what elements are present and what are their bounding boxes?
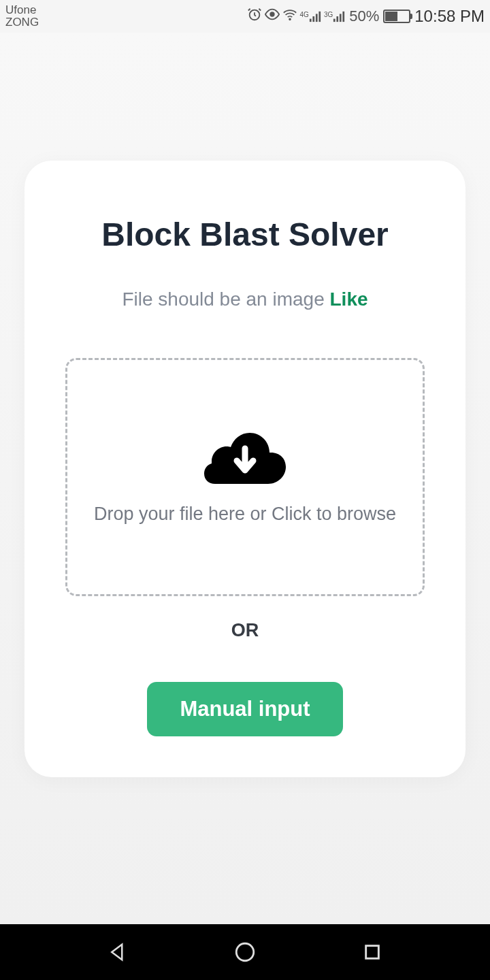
- battery-icon: [383, 10, 410, 23]
- android-nav-bar: [0, 924, 490, 980]
- svg-rect-4: [312, 16, 314, 22]
- page-title: Block Blast Solver: [65, 215, 425, 255]
- file-drop-zone[interactable]: Drop your file here or Click to browse: [65, 358, 425, 596]
- svg-point-11: [236, 943, 254, 961]
- svg-rect-5: [316, 14, 318, 22]
- solver-card: Block Blast Solver File should be an ima…: [24, 161, 466, 777]
- recents-button[interactable]: [359, 938, 386, 966]
- home-button[interactable]: [231, 938, 259, 966]
- carrier-info: Ufone ZONG: [5, 4, 39, 29]
- signal-2: 3G: [324, 10, 345, 22]
- wifi-icon: [282, 7, 297, 26]
- carrier-1: Ufone: [5, 4, 39, 16]
- svg-rect-7: [333, 19, 336, 22]
- signal-1: 4G: [300, 10, 321, 22]
- svg-rect-10: [343, 12, 345, 22]
- separator-or: OR: [65, 620, 425, 641]
- back-button[interactable]: [104, 938, 131, 966]
- subtitle: File should be an image Like: [65, 289, 425, 310]
- clock-time: 10:58 PM: [414, 7, 485, 26]
- like-link[interactable]: Like: [330, 289, 368, 310]
- svg-point-1: [270, 12, 274, 16]
- drop-instruction: Drop your file here or Click to browse: [94, 504, 396, 525]
- svg-rect-9: [340, 14, 342, 22]
- status-icons: 4G 3G: [247, 7, 346, 26]
- manual-input-button[interactable]: Manual input: [147, 682, 342, 736]
- svg-rect-8: [337, 16, 339, 22]
- content-area: Block Blast Solver File should be an ima…: [0, 33, 490, 924]
- svg-point-2: [289, 18, 291, 20]
- alarm-icon: [247, 7, 262, 26]
- status-bar: Ufone ZONG 4G 3G 50% 10:58 PM: [0, 0, 490, 33]
- eye-icon: [265, 7, 280, 26]
- status-right: 4G 3G 50% 10:58 PM: [247, 7, 485, 26]
- svg-rect-6: [318, 12, 321, 22]
- svg-rect-12: [365, 946, 378, 959]
- battery-percent: 50%: [349, 7, 379, 25]
- svg-rect-3: [310, 19, 312, 22]
- cloud-download-icon: [204, 429, 286, 487]
- subtitle-text: File should be an image: [122, 289, 329, 310]
- carrier-2: ZONG: [5, 16, 39, 29]
